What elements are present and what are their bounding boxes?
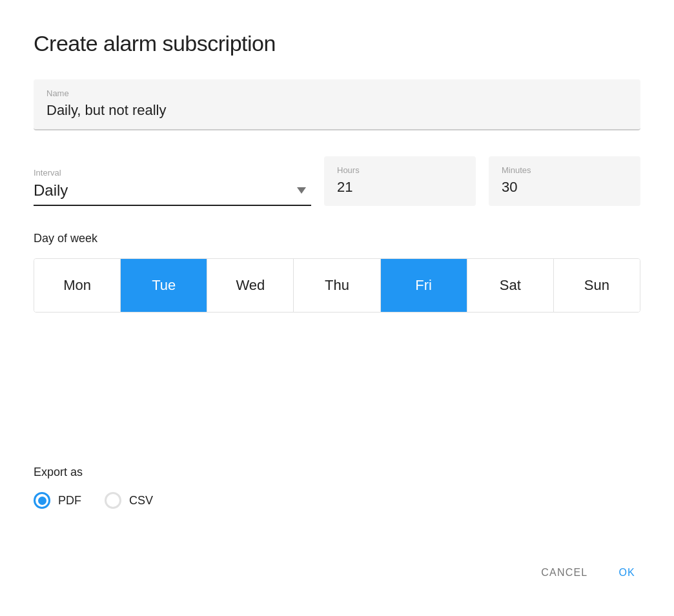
create-alarm-dialog: Create alarm subscription Name Daily, bu…: [0, 0, 674, 616]
day-button-fri[interactable]: Fri: [381, 259, 467, 312]
day-of-week-section: Day of week MonTueWedThuFriSatSun: [34, 232, 640, 341]
name-field-value: Daily, but not really: [46, 102, 166, 118]
day-button-wed[interactable]: Wed: [207, 259, 294, 312]
interval-select-row: Daily: [34, 181, 311, 200]
export-section: Export as PDFCSV: [34, 466, 640, 509]
day-buttons-group: MonTueWedThuFriSatSun: [34, 258, 640, 313]
export-radio-group: PDFCSV: [34, 492, 640, 509]
hours-label: Hours: [337, 165, 463, 175]
cancel-button[interactable]: CANCEL: [536, 560, 593, 585]
minutes-value: 30: [502, 179, 517, 195]
day-of-week-label: Day of week: [34, 232, 640, 245]
chevron-down-icon: [297, 187, 306, 194]
hours-field[interactable]: Hours 21: [324, 156, 476, 206]
day-button-thu[interactable]: Thu: [294, 259, 380, 312]
radio-circle-csv: [105, 492, 121, 509]
day-button-tue[interactable]: Tue: [121, 259, 207, 312]
radio-item-csv[interactable]: CSV: [105, 492, 153, 509]
radio-item-pdf[interactable]: PDF: [34, 492, 81, 509]
ok-button[interactable]: OK: [613, 560, 640, 585]
interval-value: Daily: [34, 181, 68, 200]
minutes-label: Minutes: [502, 165, 628, 175]
hours-value: 21: [337, 179, 352, 195]
radio-label-pdf: PDF: [58, 494, 81, 508]
name-field-container: Name Daily, but not really: [34, 79, 640, 130]
interval-label: Interval: [34, 168, 311, 178]
day-button-sat[interactable]: Sat: [467, 259, 554, 312]
interval-dropdown[interactable]: Interval Daily: [34, 168, 311, 206]
minutes-field[interactable]: Minutes 30: [489, 156, 640, 206]
dialog-actions: CANCEL OK: [34, 548, 640, 585]
radio-label-csv: CSV: [129, 494, 153, 508]
dialog-title: Create alarm subscription: [34, 31, 640, 56]
day-button-sun[interactable]: Sun: [554, 259, 640, 312]
interval-row: Interval Daily Hours 21 Minutes 30: [34, 156, 640, 206]
day-button-mon[interactable]: Mon: [34, 259, 121, 312]
export-as-label: Export as: [34, 466, 640, 479]
name-field-label: Name: [46, 88, 628, 98]
radio-circle-pdf: [34, 492, 50, 509]
